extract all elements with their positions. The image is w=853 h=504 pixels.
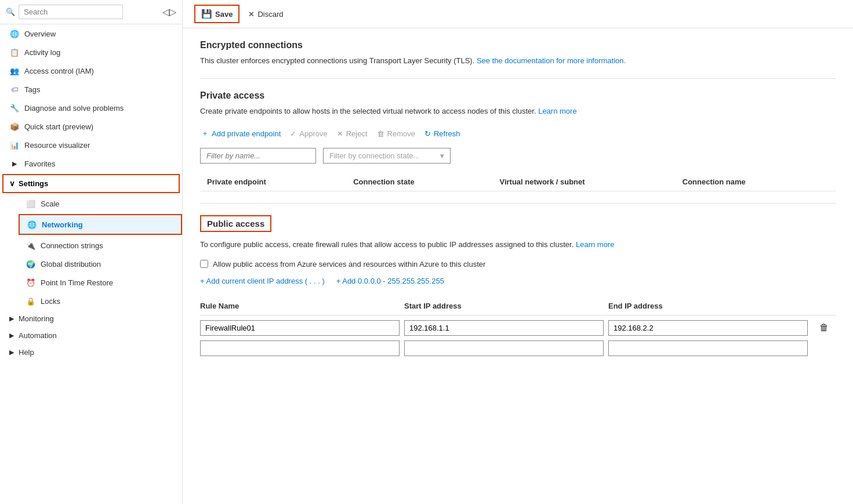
sidebar-item-global-distribution[interactable]: 🌍 Global distribution	[19, 255, 182, 273]
chevron-down-icon: ∨	[9, 179, 15, 188]
sidebar-item-scale[interactable]: ⬜ Scale	[19, 194, 182, 213]
approve-label: Approve	[299, 129, 327, 138]
sidebar-item-quickstart-label: Quick start (preview)	[24, 122, 93, 131]
encrypted-connections-title: Encrypted connections	[200, 40, 836, 50]
content-area: Encrypted connections This cluster enfor…	[183, 28, 853, 372]
reject-button[interactable]: ✕ Reject	[336, 127, 369, 140]
sidebar-item-networking-label: Networking	[42, 220, 83, 229]
add-endpoint-label: Add private endpoint	[212, 129, 281, 138]
approve-button[interactable]: ✓ Approve	[289, 127, 328, 140]
filter-state-placeholder: Filter by connection state...	[329, 151, 419, 160]
sidebar-item-automation[interactable]: ▶ Automation	[0, 327, 182, 344]
allow-azure-checkbox[interactable]	[200, 260, 208, 268]
settings-section-label: Settings	[19, 179, 48, 188]
col-connection-state: Connection state	[353, 177, 499, 186]
sidebar-item-access-control[interactable]: 👥 Access control (IAM)	[0, 61, 182, 80]
reject-label: Reject	[346, 129, 368, 138]
sidebar-item-connection-strings[interactable]: 🔌 Connection strings	[19, 236, 182, 255]
x-icon: ✕	[337, 129, 343, 138]
col-private-endpoint: Private endpoint	[207, 177, 353, 186]
sidebar-item-diagnose[interactable]: 🔧 Diagnose and solve problems	[0, 99, 182, 117]
box-icon: 📦	[9, 121, 20, 132]
allow-azure-label[interactable]: Allow public access from Azure services …	[213, 260, 485, 269]
fw-end-ip-1[interactable]	[608, 320, 808, 336]
sidebar-item-activity-log[interactable]: 📋 Activity log	[0, 43, 182, 61]
chevron-right-icon-monitoring: ▶	[9, 315, 14, 322]
filter-name-input[interactable]	[200, 148, 316, 164]
private-access-title: Private access	[200, 90, 836, 101]
public-access-section: Public access To configure public access…	[200, 215, 836, 356]
save-icon: 💾	[201, 9, 212, 19]
sidebar: 🔍 ◁▷ 🌐 Overview 📋 Activity log 👥 Access …	[0, 0, 183, 504]
sidebar-item-global-distribution-label: Global distribution	[41, 260, 101, 269]
sidebar-item-monitoring-label: Monitoring	[19, 314, 54, 323]
chevron-down-icon: ▾	[440, 151, 444, 160]
search-icon: 🔍	[6, 8, 15, 16]
chevron-right-icon-automation: ▶	[9, 332, 14, 339]
plug-icon: 🔌	[26, 240, 36, 251]
add-private-endpoint-button[interactable]: ＋ Add private endpoint	[200, 126, 282, 141]
sidebar-item-automation-label: Automation	[19, 331, 57, 340]
sidebar-item-locks[interactable]: 🔒 Locks	[19, 292, 182, 310]
sidebar-item-locks-label: Locks	[41, 297, 60, 306]
search-bar: 🔍 ◁▷	[0, 0, 182, 24]
divider-2	[200, 203, 836, 204]
remove-label: Remove	[387, 129, 415, 138]
sidebar-item-resource-visualizer[interactable]: 📊 Resource visualizer	[0, 136, 182, 154]
plus-icon: ＋	[201, 128, 209, 139]
refresh-label: Refresh	[434, 129, 460, 138]
close-icon: ✕	[248, 10, 255, 19]
fw-rule-name-2[interactable]	[200, 340, 400, 356]
fw-col-rule-name: Rule Name	[200, 302, 404, 310]
sidebar-item-favorites-label: Favorites	[24, 159, 55, 168]
link-row: + Add current client IP address ( . . . …	[200, 277, 836, 285]
refresh-button[interactable]: ↻ Refresh	[423, 127, 462, 140]
encrypted-connections-link[interactable]: See the documentation for more informati…	[477, 56, 626, 65]
private-access-learn-more-link[interactable]: Learn more	[538, 107, 576, 115]
col-virtual-network: Virtual network / subnet	[499, 177, 682, 186]
chevron-right-icon: ▶	[9, 158, 20, 169]
add-range-button[interactable]: + Add 0.0.0.0 - 255.255.255.255	[336, 277, 444, 285]
public-access-desc: To configure public access, create firew…	[200, 239, 836, 251]
sidebar-item-help[interactable]: ▶ Help	[0, 344, 182, 361]
fw-start-ip-2[interactable]	[404, 340, 604, 356]
sidebar-item-favorites[interactable]: ▶ Favorites	[0, 154, 182, 173]
discard-button[interactable]: ✕ Discard	[242, 6, 289, 22]
search-input[interactable]	[19, 5, 123, 19]
firewall-table-header: Rule Name Start IP address End IP addres…	[200, 297, 836, 316]
sidebar-item-quickstart[interactable]: 📦 Quick start (preview)	[0, 117, 182, 136]
sidebar-item-connection-strings-label: Connection strings	[41, 241, 103, 250]
wrench-icon: 🔧	[9, 103, 20, 113]
filter-row: Filter by connection state... ▾	[200, 148, 836, 164]
settings-section-header[interactable]: ∨ Settings	[2, 174, 180, 193]
globe2-icon: 🌍	[26, 259, 36, 269]
collapse-button[interactable]: ◁▷	[162, 6, 176, 17]
fw-col-action	[812, 302, 836, 310]
public-access-learn-more-link[interactable]: Learn more	[576, 240, 614, 249]
sidebar-item-tags[interactable]: 🏷 Tags	[0, 80, 182, 99]
sidebar-item-monitoring[interactable]: ▶ Monitoring	[0, 310, 182, 327]
public-access-title: Public access	[200, 215, 271, 232]
add-client-ip-button[interactable]: + Add current client IP address ( . . . …	[200, 277, 325, 285]
sidebar-item-overview[interactable]: 🌐 Overview	[0, 24, 182, 43]
fw-rule-name-1[interactable]	[200, 320, 400, 336]
divider-1	[200, 78, 836, 79]
chevron-right-icon-help: ▶	[9, 349, 14, 356]
sidebar-item-overview-label: Overview	[24, 30, 56, 38]
people-icon: 👥	[9, 66, 20, 76]
main-content: 💾 Save ✕ Discard Encrypted connections T…	[183, 0, 853, 504]
fw-delete-button-1[interactable]: 🗑	[812, 321, 836, 334]
sidebar-item-activity-log-label: Activity log	[24, 48, 60, 57]
fw-end-ip-2[interactable]	[608, 340, 808, 356]
remove-button[interactable]: 🗑 Remove	[376, 127, 416, 140]
save-button[interactable]: 💾 Save	[194, 5, 239, 23]
filter-state-select[interactable]: Filter by connection state... ▾	[323, 148, 451, 164]
graph-icon: 📊	[9, 140, 20, 150]
fw-start-ip-1[interactable]	[404, 320, 604, 336]
sidebar-item-diagnose-label: Diagnose and solve problems	[24, 104, 124, 113]
sidebar-item-point-in-time[interactable]: ⏰ Point In Time Restore	[19, 273, 182, 292]
private-access-action-bar: ＋ Add private endpoint ✓ Approve ✕ Rejec…	[200, 126, 836, 141]
sidebar-item-networking[interactable]: 🌐 Networking	[19, 214, 182, 235]
list-icon: 📋	[9, 47, 20, 57]
tag-icon: 🏷	[9, 84, 20, 95]
